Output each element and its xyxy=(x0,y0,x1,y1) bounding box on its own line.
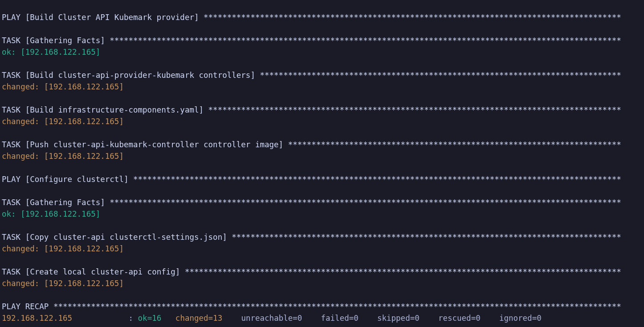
recap-changed: changed=13 xyxy=(175,314,241,323)
recap-host: 192.168.122.165 xyxy=(2,314,128,323)
task-header: TASK [Build cluster-api-provider-kubemar… xyxy=(2,71,621,80)
recap-colon: : xyxy=(128,314,138,323)
recap-ok: ok=16 xyxy=(138,314,175,323)
recap-skipped: skipped=0 xyxy=(377,314,438,323)
task-header: TASK [Gathering Facts] *****************… xyxy=(2,36,621,45)
task-status-changed: changed: [192.168.122.165] xyxy=(2,82,124,91)
task-header: TASK [Build infrastructure-components.ya… xyxy=(2,105,621,114)
task-header: TASK [Copy cluster-api clusterctl-settin… xyxy=(2,233,621,242)
task-status-changed: changed: [192.168.122.165] xyxy=(2,279,124,288)
recap-failed: failed=0 xyxy=(321,314,377,323)
task-status-changed: changed: [192.168.122.165] xyxy=(2,244,124,253)
recap-ignored: ignored=0 xyxy=(499,314,542,323)
terminal-output: PLAY [Build Cluster API Kubemark provide… xyxy=(0,8,644,326)
task-status-ok: ok: [192.168.122.165] xyxy=(2,48,100,57)
task-header: TASK [Push cluster-api-kubemark-controll… xyxy=(2,140,621,149)
recap-unreachable: unreachable=0 xyxy=(241,314,321,323)
play-header: PLAY [Build Cluster API Kubemark provide… xyxy=(2,13,621,22)
task-status-changed: changed: [192.168.122.165] xyxy=(2,117,124,126)
play-header: PLAY [Configure clusterctl] ************… xyxy=(2,175,621,184)
play-recap-header: PLAY RECAP *****************************… xyxy=(2,302,621,311)
recap-rescued: rescued=0 xyxy=(438,314,499,323)
task-header: TASK [Create local cluster-api config] *… xyxy=(2,267,621,276)
task-header: TASK [Gathering Facts] *****************… xyxy=(2,198,621,207)
task-status-ok: ok: [192.168.122.165] xyxy=(2,210,100,218)
task-status-changed: changed: [192.168.122.165] xyxy=(2,152,124,161)
